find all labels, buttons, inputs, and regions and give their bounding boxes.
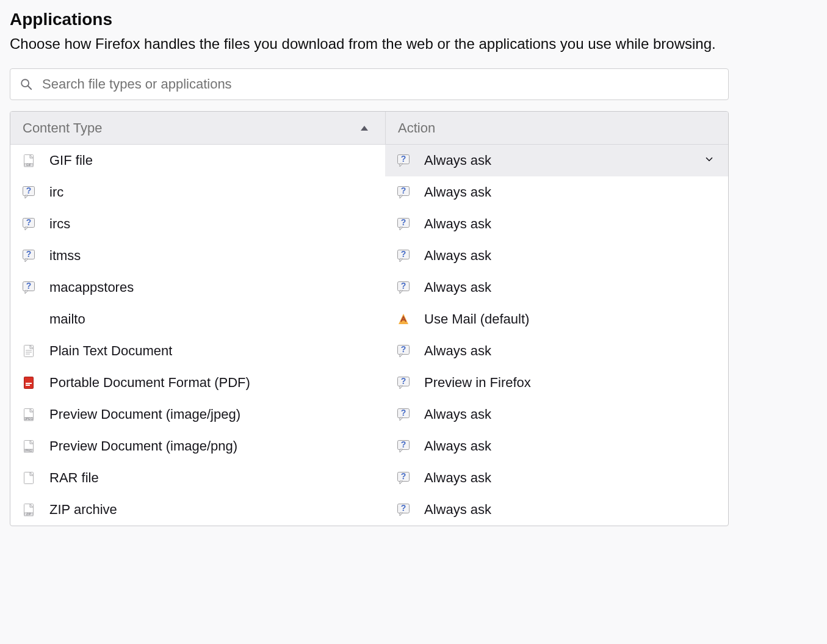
question-bubble-icon: ? <box>396 217 411 231</box>
action-label: Always ask <box>424 280 491 295</box>
svg-line-1 <box>28 86 32 90</box>
action-cell[interactable]: ? Always ask <box>385 430 728 462</box>
content-type-cell[interactable]: mailto <box>10 303 385 335</box>
action-cell[interactable]: ? Always ask <box>385 335 728 367</box>
table-row[interactable]: Plain Text Document ? Always ask <box>10 335 728 367</box>
question-bubble-icon: ? <box>21 248 36 263</box>
action-cell[interactable]: ? Always ask <box>385 145 728 176</box>
question-bubble-icon: ? <box>396 439 411 454</box>
search-row[interactable] <box>10 68 729 100</box>
action-cell[interactable]: ? Preview in Firefox <box>385 367 728 399</box>
content-type-cell[interactable]: Portable Document Format (PDF) <box>10 367 385 399</box>
column-header-action[interactable]: Action <box>385 112 728 144</box>
content-type-label: macappstores <box>49 280 134 295</box>
svg-marker-65 <box>400 481 403 484</box>
content-type-label: itmss <box>49 248 81 264</box>
svg-rect-44 <box>26 385 30 386</box>
svg-marker-31 <box>400 291 403 294</box>
pdf-file-icon <box>21 375 36 390</box>
svg-text:?: ? <box>401 440 406 449</box>
svg-marker-10 <box>25 195 28 198</box>
action-label: Always ask <box>424 153 491 168</box>
question-bubble-icon: ? <box>396 280 411 295</box>
table-row[interactable]: ? irc ? Always ask <box>10 176 728 208</box>
content-type-cell[interactable]: ZIP ZIP archive <box>10 494 385 526</box>
table-row[interactable]: ? macappstores ? Always ask <box>10 272 728 303</box>
table-row[interactable]: JPEG Preview Document (image/jpeg) ? Alw… <box>10 399 728 430</box>
search-input[interactable] <box>41 76 720 93</box>
content-type-cell[interactable]: Plain Text Document <box>10 335 385 367</box>
question-bubble-icon: ? <box>396 407 411 422</box>
svg-marker-40 <box>400 354 403 357</box>
search-icon <box>19 77 34 92</box>
svg-text:?: ? <box>401 217 406 227</box>
svg-marker-16 <box>25 227 28 230</box>
question-bubble-icon: ? <box>396 185 411 200</box>
content-type-cell[interactable]: ? macappstores <box>10 272 385 303</box>
action-label: Always ask <box>424 248 491 264</box>
action-label: Always ask <box>424 407 491 422</box>
action-cell[interactable]: ? Always ask <box>385 399 728 430</box>
blank-file-icon <box>21 471 36 485</box>
jpeg-file-icon: JPEG <box>21 407 36 422</box>
question-bubble-icon: ? <box>21 185 36 200</box>
content-type-cell[interactable]: RAR file <box>10 462 385 494</box>
gif-file-icon: GIF <box>21 153 36 168</box>
svg-text:?: ? <box>26 249 32 259</box>
action-cell[interactable]: ? Always ask <box>385 494 728 526</box>
table-row[interactable]: RAR file ? Always ask <box>10 462 728 494</box>
content-type-cell[interactable]: ? ircs <box>10 208 385 240</box>
content-type-cell[interactable]: JPEG Preview Document (image/jpeg) <box>10 399 385 430</box>
question-bubble-icon: ? <box>396 153 411 168</box>
svg-text:?: ? <box>401 344 406 354</box>
content-type-cell[interactable]: PNG Preview Document (image/png) <box>10 430 385 462</box>
question-bubble-icon: ? <box>396 248 411 263</box>
table-row[interactable]: ZIP ZIP archive ? Always ask <box>10 494 728 526</box>
content-type-label: GIF file <box>49 153 93 168</box>
table-row[interactable]: ? itmss ? Always ask <box>10 240 728 272</box>
no-icon <box>21 312 36 327</box>
applications-list: Content Type Action GIF GIF file ? Alway… <box>10 111 729 526</box>
table-row[interactable]: Portable Document Format (PDF) ? Preview… <box>10 367 728 399</box>
action-cell[interactable]: Use Mail (default) <box>385 303 728 335</box>
table-row[interactable]: PNG Preview Document (image/png) ? Alway… <box>10 430 728 462</box>
action-label: Always ask <box>424 470 491 486</box>
svg-marker-22 <box>25 259 28 262</box>
table-row[interactable]: GIF GIF file ? Always ask <box>10 145 728 176</box>
section-description: Choose how Firefox handles the files you… <box>10 33 718 55</box>
table-row[interactable]: ? ircs ? Always ask <box>10 208 728 240</box>
sort-ascending-icon <box>361 126 368 131</box>
svg-marker-72 <box>400 513 403 516</box>
action-cell[interactable]: ? Always ask <box>385 240 728 272</box>
content-type-label: irc <box>49 184 63 200</box>
content-type-label: Preview Document (image/png) <box>49 438 237 454</box>
question-bubble-icon: ? <box>21 217 36 231</box>
content-type-cell[interactable]: ? itmss <box>10 240 385 272</box>
column-header-content-type[interactable]: Content Type <box>10 112 385 144</box>
question-bubble-icon: ? <box>396 471 411 485</box>
action-cell[interactable]: ? Always ask <box>385 208 728 240</box>
svg-marker-25 <box>400 259 403 262</box>
content-type-label: RAR file <box>49 470 99 486</box>
content-type-label: Portable Document Format (PDF) <box>49 375 250 391</box>
svg-text:?: ? <box>401 154 406 164</box>
content-type-cell[interactable]: ? irc <box>10 176 385 208</box>
svg-text:?: ? <box>26 281 32 291</box>
content-type-label: ZIP archive <box>49 502 117 518</box>
action-cell[interactable]: ? Always ask <box>385 462 728 494</box>
action-label: Always ask <box>424 343 491 359</box>
question-bubble-icon: ? <box>396 375 411 390</box>
question-bubble-icon: ? <box>21 280 36 295</box>
action-cell[interactable]: ? Always ask <box>385 176 728 208</box>
mail-app-icon <box>396 312 411 327</box>
table-row[interactable]: mailto Use Mail (default) <box>10 303 728 335</box>
action-label: Always ask <box>424 184 491 200</box>
svg-text:?: ? <box>401 376 406 386</box>
section-title: Applications <box>10 10 729 29</box>
svg-text:?: ? <box>401 281 406 291</box>
action-label: Preview in Firefox <box>424 375 531 391</box>
content-type-cell[interactable]: GIF GIF file <box>10 145 385 176</box>
action-cell[interactable]: ? Always ask <box>385 272 728 303</box>
chevron-down-icon <box>704 153 715 168</box>
svg-text:?: ? <box>26 186 32 195</box>
